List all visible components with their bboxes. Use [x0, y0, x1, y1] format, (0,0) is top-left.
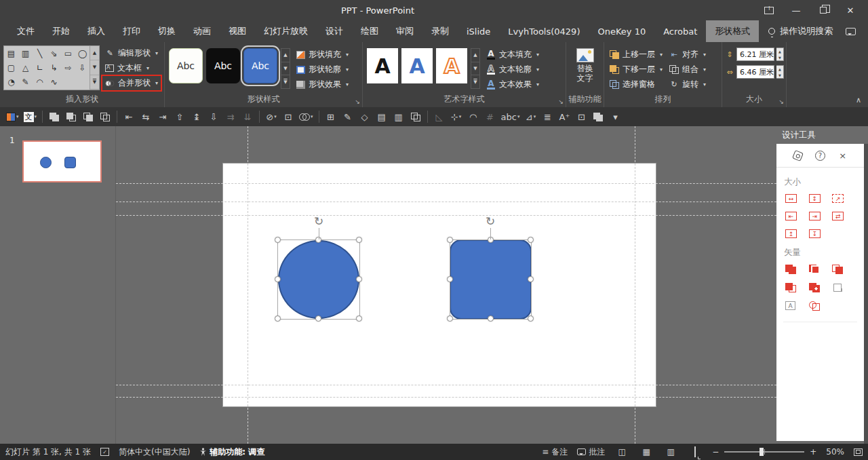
fill-color-button[interactable]: ▾ [4, 109, 21, 125]
tab-14[interactable]: OneKey 10 [589, 20, 654, 42]
wordart-swatch-2[interactable]: A [401, 48, 433, 83]
shape-scale-icon[interactable]: ↗ [832, 194, 844, 203]
align-slide-bottom-icon[interactable]: ↧ [809, 229, 821, 238]
gallery-shape-1[interactable]: ▥ [18, 46, 33, 60]
ribbon-display-options-button[interactable] [755, 1, 783, 20]
align-center-button[interactable]: ⇆ [138, 109, 154, 125]
align-top-button[interactable]: ⇧ [172, 109, 188, 125]
selection-handle[interactable] [447, 276, 453, 282]
tab-1[interactable]: 开始 [43, 20, 79, 42]
selection-pane-button[interactable] [408, 109, 424, 125]
tab-4[interactable]: 切换 [149, 20, 184, 42]
bring-forward-button[interactable]: 上移一层▾ [607, 47, 665, 62]
gallery-shape-3[interactable]: ⇘ [47, 46, 61, 60]
gallery-shape-0[interactable]: ▤ [4, 46, 18, 60]
align-middle-button[interactable]: ↨ [189, 109, 205, 125]
tab-11[interactable]: 录制 [422, 20, 458, 42]
wordart-swatch-1[interactable]: A [367, 48, 398, 83]
union-icon[interactable] [785, 265, 796, 274]
zoom-out-button[interactable]: − [712, 447, 719, 457]
styles-more-button[interactable]: ▼ [281, 75, 290, 89]
text-outline-button[interactable]: A 文本轮廓▾ [484, 62, 542, 77]
align-left-button[interactable]: ⇤ [121, 109, 137, 125]
fragment-icon[interactable] [809, 283, 820, 292]
tell-me-search[interactable]: 操作说明搜索 [759, 20, 842, 42]
wordart-down-button[interactable]: ▼ [471, 62, 480, 76]
tab-5[interactable]: 动画 [184, 20, 220, 42]
tab-13[interactable]: LvyhTools(0429) [499, 20, 589, 42]
wordart-up-button[interactable]: ▲ [471, 48, 480, 62]
text-box-button[interactable]: 文本框▾ [102, 61, 161, 75]
gallery-shape-7[interactable]: △ [18, 60, 33, 75]
intersect-icon[interactable] [785, 283, 796, 292]
selection-handle[interactable] [356, 315, 362, 322]
text-style-button[interactable]: 文▾ [22, 109, 39, 125]
text-effects-button[interactable]: A 文本效果▾ [484, 77, 542, 92]
flip-button[interactable]: ⊿▾ [522, 109, 538, 125]
tab-3[interactable]: 打印 [114, 20, 149, 42]
fit-to-window-button[interactable] [854, 448, 863, 456]
subtract-icon[interactable] [832, 265, 843, 274]
selection-handle[interactable] [447, 237, 453, 243]
shape-style-swatch-3-selected[interactable]: Abc [243, 48, 277, 83]
textbox-vertical-button[interactable]: ▥ [391, 109, 407, 125]
gallery-shape-6[interactable]: ▢ [4, 60, 18, 75]
shape-style-swatch-2[interactable]: Abc [206, 48, 240, 83]
send-backward-button[interactable]: 下移一层▾ [607, 62, 665, 77]
wordart-dialog-launcher[interactable]: ↘ [558, 98, 564, 105]
collapse-ribbon-button[interactable]: ∧ [856, 96, 861, 104]
align-right-button[interactable]: ⇥ [155, 109, 171, 125]
selection-pane-button[interactable]: 选择窗格 [607, 77, 665, 92]
height-spinner[interactable]: ▲▼ [776, 47, 784, 61]
panel-scrollbar[interactable] [864, 144, 868, 444]
picture-button[interactable]: ⊞ [323, 109, 339, 125]
slide-thumbnail-selected[interactable] [22, 140, 102, 183]
wordart-swatch-3[interactable]: A [436, 48, 467, 83]
group-button[interactable]: 组合▾ [667, 62, 709, 77]
align-slide-right-icon[interactable]: ⇥ [809, 212, 821, 221]
tab-16[interactable]: 形状格式 [706, 20, 759, 42]
selection-handle[interactable] [528, 276, 534, 282]
gallery-up-button[interactable]: ▲ [90, 46, 99, 60]
layers-button[interactable] [590, 109, 606, 125]
selection-handle[interactable] [315, 315, 321, 322]
slide-size-button[interactable]: ⊡ [573, 109, 589, 125]
help-button[interactable]: ? [815, 151, 825, 161]
spellcheck-icon[interactable]: ✓ [100, 448, 109, 456]
combine-icon[interactable] [809, 265, 820, 274]
merge-shapes-button[interactable]: ▾ [297, 109, 315, 125]
swap-size-icon[interactable]: ⇄ [832, 212, 844, 221]
styles-up-button[interactable]: ▲ [281, 48, 290, 62]
width-spinner[interactable]: ▲▼ [776, 65, 784, 79]
add-rows-button[interactable]: ≣ [539, 109, 555, 125]
send-backward-button[interactable] [97, 109, 113, 125]
shape-width-input[interactable]: 6.46 厘米 [736, 65, 774, 79]
slide-sorter-button[interactable]: ▦ [639, 447, 654, 457]
selection-handle[interactable] [528, 315, 534, 322]
gallery-shape-9[interactable]: ↳ [47, 60, 61, 75]
zoom-slider[interactable] [724, 451, 804, 453]
crop-frame-icon[interactable] [832, 283, 843, 292]
rotate-button[interactable]: ↻ 旋转▾ [667, 77, 709, 92]
tab-8[interactable]: 设计 [317, 20, 352, 42]
zoom-slider-thumb[interactable] [760, 448, 764, 456]
gallery-shape-13[interactable]: ✎ [18, 75, 33, 90]
gallery-shape-12[interactable]: ◔ [4, 75, 18, 90]
font-size-button[interactable]: A⁺ [556, 109, 572, 125]
selection-handle[interactable] [275, 315, 281, 322]
gallery-down-button[interactable]: ▼ [90, 60, 99, 75]
boxed-a-icon[interactable]: A [785, 301, 795, 310]
abc-case-button[interactable]: abc▾ [499, 109, 522, 125]
tab-6[interactable]: 视图 [220, 20, 255, 42]
reading-view-button[interactable]: ▥ [663, 447, 678, 457]
alt-text-button[interactable]: 替换 文字 [576, 45, 594, 83]
minimize-button[interactable]: — [783, 1, 810, 20]
gallery-shape-5[interactable]: ◯ [75, 46, 90, 60]
send-to-back-button[interactable] [63, 109, 79, 125]
shape-style-swatch-1[interactable]: Abc [169, 48, 203, 83]
tab-12[interactable]: iSlide [458, 20, 499, 42]
tab-9[interactable]: 绘图 [352, 20, 387, 42]
shape-effects-button[interactable]: 形状效果▾ [294, 77, 351, 92]
tab-10[interactable]: 审阅 [387, 20, 422, 42]
comments-icon[interactable] [846, 28, 856, 35]
